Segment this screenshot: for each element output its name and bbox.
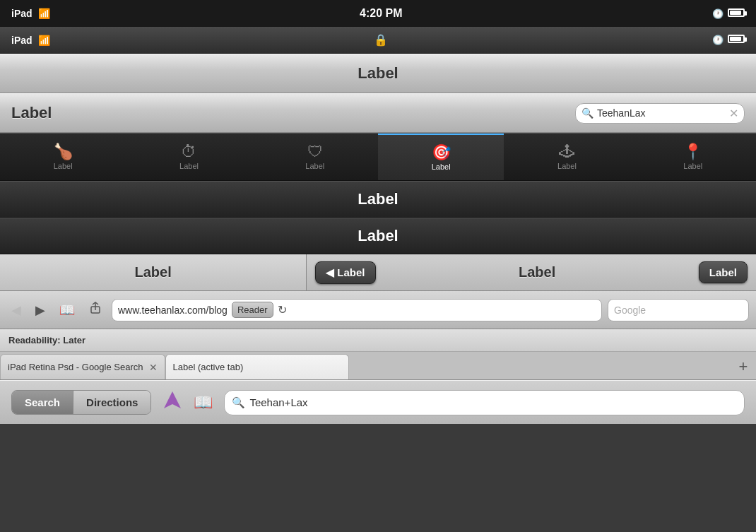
search-segment-button[interactable]: Search: [12, 391, 73, 414]
maps-segmented-control: Search Directions: [11, 390, 151, 415]
nav-dark-1: Label: [0, 181, 756, 218]
safari-toolbar: ◀ ▶ 📖 www.teehanlax.com/blog Reader ↻ Go…: [0, 291, 756, 329]
segment-right-title: Label: [519, 264, 555, 280]
tab-page-1-label: iPad Retina Psd - Google Search: [8, 362, 143, 372]
tab-row: iPad Retina Psd - Google Search ✕ Label …: [0, 352, 756, 380]
search-icon-2: 🔍: [581, 107, 593, 119]
segment-middle-button[interactable]: ◀ Label: [315, 261, 375, 284]
svg-marker-2: [164, 391, 181, 408]
nav-dark-2-title: Label: [358, 227, 398, 245]
status-bar-top: iPad 📶 4:20 PM 🕐: [0, 0, 756, 27]
forward-button[interactable]: ▶: [31, 300, 49, 321]
ipad-label-2: iPad: [11, 35, 33, 46]
wifi-icon-2: 📶: [38, 35, 50, 46]
status-left: iPad 📶: [11, 8, 50, 19]
tab-label-0: Label: [54, 162, 73, 170]
chevron-left-icon: ◀: [326, 266, 334, 279]
nav-bar-2-title: Label: [11, 104, 52, 122]
search-box-2[interactable]: 🔍 ✕: [575, 103, 745, 124]
url-text: www.teehanlax.com/blog: [118, 305, 228, 316]
tab-item-5[interactable]: 📍 Label: [630, 134, 756, 180]
segment-middle: ◀ Label: [307, 261, 384, 284]
readability-text: Readability: Later: [8, 335, 85, 345]
location-button[interactable]: [163, 390, 182, 415]
status-right: 🕐: [712, 8, 745, 19]
reader-button[interactable]: Reader: [232, 302, 273, 318]
tab-item-1[interactable]: ⏱ Label: [126, 134, 252, 180]
segment-left-title: Label: [135, 264, 172, 280]
clear-icon-2[interactable]: ✕: [729, 107, 738, 120]
tab-page-2[interactable]: Label (active tab): [165, 354, 349, 379]
tab-item-3[interactable]: 🎯 Label: [378, 134, 504, 180]
battery-icon: [728, 8, 745, 19]
status2-left: iPad 📶: [11, 35, 50, 46]
plus-icon: +: [739, 357, 748, 376]
tab-label-4: Label: [557, 162, 577, 170]
tab-item-4[interactable]: 🕹 Label: [504, 134, 630, 180]
tab-label-3: Label: [432, 162, 451, 171]
tab-page-1[interactable]: iPad Retina Psd - Google Search ✕: [0, 354, 165, 379]
segment-left: Label: [0, 254, 307, 290]
nav-bar-2: Label 🔍 ✕: [0, 93, 756, 133]
tab-icon-5: 📍: [683, 144, 702, 160]
nav-bar-1: Label: [0, 54, 756, 93]
tab-icon-1: ⏱: [181, 144, 196, 160]
clock-icon: 🕐: [712, 8, 723, 19]
tab-item-2[interactable]: 🛡 Label: [252, 134, 378, 180]
tab-label-5: Label: [683, 162, 702, 170]
tab-label-1: Label: [179, 162, 199, 170]
segment-middle-label: Label: [337, 266, 365, 278]
status-bar-2: iPad 📶 🔒 🕐: [0, 27, 756, 54]
tab-page-2-label: Label (active tab): [173, 362, 244, 372]
maps-search-input[interactable]: [249, 396, 737, 408]
status2-right: 🕐: [712, 35, 745, 45]
time-display: 4:20 PM: [360, 7, 402, 20]
nav-dark-2: Label: [0, 218, 756, 254]
tab-label-2: Label: [305, 162, 324, 170]
nav-dark-1-title: Label: [358, 190, 398, 208]
segmented-row: Label ◀ Label Label Label: [0, 254, 756, 291]
readability-bar: Readability: Later: [0, 329, 756, 352]
tab-icon-4: 🕹: [559, 144, 574, 160]
maps-bookmarks-button[interactable]: 📖: [194, 394, 213, 412]
wifi-icon: 📶: [38, 8, 50, 19]
ipad-label: iPad: [11, 8, 33, 19]
tab-icon-2: 🛡: [307, 144, 323, 160]
add-tab-button[interactable]: +: [731, 354, 756, 379]
maps-search-box[interactable]: 🔍: [224, 390, 745, 415]
maps-bottom-bar: Search Directions 📖 🔍: [0, 380, 756, 424]
reload-icon[interactable]: ↻: [278, 303, 287, 317]
battery-icon-2: [728, 35, 745, 45]
segment-right-btn-wrap: Label: [690, 261, 756, 283]
google-placeholder: Google: [614, 305, 646, 316]
search-input-2[interactable]: [597, 107, 726, 119]
close-tab-1[interactable]: ✕: [149, 362, 158, 373]
tab-icon-3: 🎯: [432, 145, 451, 160]
url-bar[interactable]: www.teehanlax.com/blog Reader ↻: [112, 299, 602, 321]
lock-icon: 🔒: [374, 33, 388, 47]
tab-icon-0: 🍗: [54, 144, 73, 160]
tab-item-0[interactable]: 🍗 Label: [0, 134, 126, 180]
maps-search-icon: 🔍: [232, 396, 245, 409]
directions-segment-button[interactable]: Directions: [73, 391, 150, 414]
back-button[interactable]: ◀: [7, 300, 25, 321]
clock-icon-2: 🕐: [712, 35, 723, 45]
google-search-bar[interactable]: Google: [608, 299, 749, 321]
nav-bar-1-title: Label: [358, 64, 398, 83]
segment-right-button[interactable]: Label: [699, 261, 748, 283]
tab-bar: 🍗 Label ⏱ Label 🛡 Label 🎯 Label 🕹 Label …: [0, 133, 756, 181]
segment-right: Label: [384, 264, 690, 280]
bookmarks-button[interactable]: 📖: [55, 300, 79, 321]
share-button[interactable]: [85, 299, 106, 321]
